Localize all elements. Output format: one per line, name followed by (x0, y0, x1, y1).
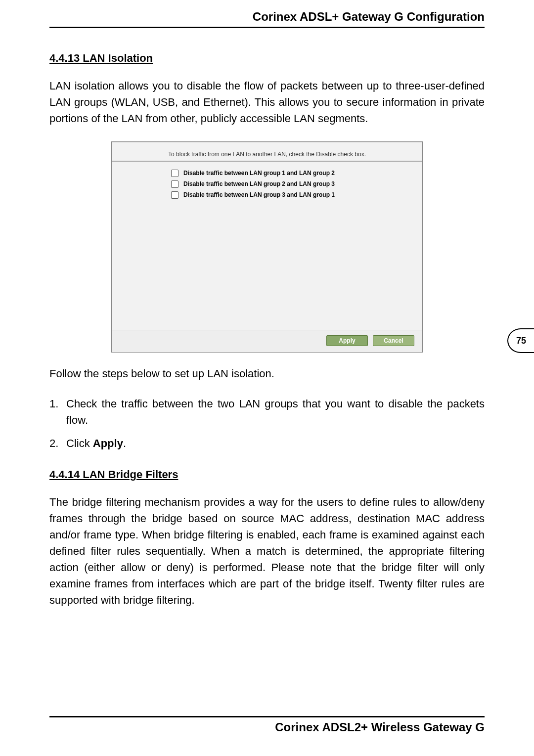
step-number: 2. (49, 435, 66, 451)
page-number-tab: 75 (507, 328, 534, 353)
checkbox-icon[interactable] (171, 170, 178, 177)
disable-label: Disable traffic between LAN group 3 and … (183, 191, 335, 198)
lan-isolation-panel: To block traffic from one LAN to another… (111, 141, 423, 353)
disable-row-1-2[interactable]: Disable traffic between LAN group 1 and … (171, 168, 407, 178)
content-area: Corinex ADSL+ Gateway G Configuration 4.… (49, 10, 485, 608)
disable-row-2-3[interactable]: Disable traffic between LAN group 2 and … (171, 178, 407, 189)
cancel-button[interactable]: Cancel (373, 335, 414, 346)
section-heading-4414: 4.4.14 LAN Bridge Filters (49, 468, 485, 481)
disable-row-3-1[interactable]: Disable traffic between LAN group 3 and … (171, 189, 407, 200)
section-4413-paragraph: LAN isolation allows you to disable the … (49, 78, 485, 127)
page-number: 75 (516, 336, 526, 346)
step-2: 2. Click Apply. (49, 435, 485, 451)
step-number: 1. (49, 396, 66, 428)
page-header-title: Corinex ADSL+ Gateway G Configuration (49, 10, 485, 28)
section-4414-paragraph: The bridge filtering mechanism provides … (49, 494, 485, 608)
step-text: Check the traffic between the two LAN gr… (66, 396, 485, 428)
step-suffix: . (123, 437, 126, 449)
checkbox-icon[interactable] (171, 191, 178, 199)
steps-list: 1. Check the traffic between the two LAN… (49, 396, 485, 451)
apply-button[interactable]: Apply (326, 335, 368, 346)
step-prefix: Click (66, 437, 93, 449)
page-footer-title: Corinex ADSL2+ Wireless Gateway G (49, 716, 485, 734)
disable-label: Disable traffic between LAN group 2 and … (183, 180, 335, 187)
checkbox-icon[interactable] (171, 180, 178, 188)
step-1: 1. Check the traffic between the two LAN… (49, 396, 485, 428)
step-text: Click Apply. (66, 435, 126, 451)
disable-label: Disable traffic between LAN group 1 and … (183, 170, 335, 177)
apply-strong: Apply (93, 437, 123, 449)
panel-hint-text: To block traffic from one LAN to another… (112, 142, 422, 161)
panel-footer: Apply Cancel (112, 330, 422, 352)
steps-intro: Follow the steps below to set up LAN iso… (49, 365, 485, 382)
section-heading-4413: 4.4.13 LAN Isolation (49, 52, 485, 65)
panel-body: Disable traffic between LAN group 1 and … (112, 161, 422, 330)
document-page: Corinex ADSL+ Gateway G Configuration 4.… (0, 0, 534, 756)
